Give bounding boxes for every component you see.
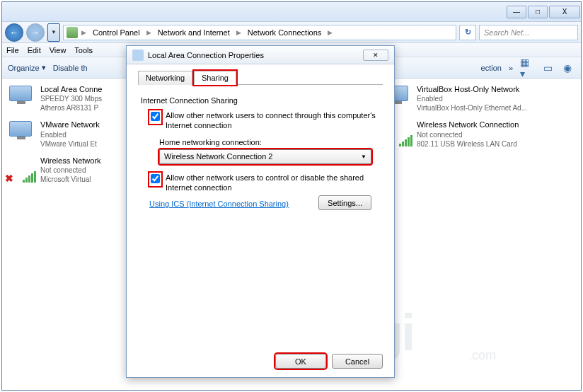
watermark-sub: .com bbox=[468, 348, 496, 363]
menu-edit[interactable]: Edit bbox=[28, 46, 41, 54]
connection-status: SPEEDY 300 Mbps bbox=[40, 94, 102, 103]
maximize-button[interactable]: □ bbox=[528, 6, 548, 18]
view-options-icon[interactable]: ▦ ▾ bbox=[520, 61, 536, 75]
preview-pane-icon[interactable]: ▭ bbox=[540, 61, 555, 75]
connection-status: Not connected bbox=[40, 166, 101, 175]
connection-title: Local Area Conne bbox=[40, 84, 102, 94]
chevrons-icon[interactable]: » bbox=[509, 64, 513, 72]
properties-dialog: Local Area Connection Properties ✕ Netwo… bbox=[126, 45, 395, 378]
connection-device: 802.11 USB Wireless LAN Card bbox=[417, 139, 519, 149]
connection-device: VMware Virtual Et bbox=[40, 139, 100, 149]
x-icon: ✖ bbox=[5, 173, 13, 184]
disable-button[interactable]: Disable th bbox=[53, 64, 88, 72]
back-button[interactable]: ← bbox=[5, 23, 23, 42]
chevron-right-icon: ▶ bbox=[325, 29, 335, 36]
lan-icon bbox=[8, 120, 36, 148]
allow-control-checkbox[interactable] bbox=[151, 174, 160, 183]
menu-file[interactable]: File bbox=[6, 46, 19, 54]
history-dropdown[interactable]: ▼ bbox=[47, 23, 60, 42]
breadcrumb[interactable]: ▶ Control Panel ▶ Network and Internet ▶… bbox=[63, 25, 456, 40]
help-icon[interactable]: ◉ bbox=[560, 61, 575, 75]
connection-item[interactable]: Wireless Network Connection Not connecte… bbox=[384, 120, 568, 148]
home-network-label: Home networking connection: bbox=[159, 138, 383, 146]
breadcrumb-item[interactable]: Network Connections bbox=[245, 27, 325, 38]
chevron-right-icon: ▶ bbox=[79, 29, 88, 36]
connection-title: Wireless Network bbox=[40, 156, 101, 166]
dialog-title: Local Area Connection Properties bbox=[148, 51, 264, 59]
chevron-right-icon: ▶ bbox=[144, 29, 154, 36]
allow-connect-checkbox[interactable] bbox=[151, 112, 160, 121]
cancel-button[interactable]: Cancel bbox=[332, 354, 383, 369]
network-icon bbox=[132, 50, 144, 61]
titlebar: — □ X bbox=[2, 2, 581, 22]
home-network-dropdown[interactable]: Wireless Network Connection 2 ▼ bbox=[159, 149, 371, 164]
connection-item[interactable]: VirtualBox Host-Only Network Enabled Vir… bbox=[384, 84, 568, 113]
tab-networking[interactable]: Networking bbox=[138, 71, 192, 85]
settings-button[interactable]: Settings... bbox=[318, 195, 371, 210]
chevron-down-icon: ▼ bbox=[361, 154, 366, 160]
tab-strip: Networking Sharing bbox=[138, 70, 383, 85]
allow-connect-label: Allow other network users to connect thr… bbox=[166, 110, 383, 131]
group-title: Internet Connection Sharing bbox=[141, 96, 383, 105]
dialog-footer: OK Cancel bbox=[275, 354, 383, 369]
network-icon bbox=[67, 27, 78, 38]
breadcrumb-item[interactable]: Network and Internet bbox=[155, 27, 233, 38]
connection-title: VMware Network bbox=[40, 120, 100, 129]
dialog-titlebar: Local Area Connection Properties ✕ bbox=[127, 46, 394, 64]
connection-status: Not connected bbox=[417, 130, 519, 139]
connection-device: VirtualBox Host-Only Ethernet Ad... bbox=[417, 103, 527, 113]
lan-icon bbox=[8, 84, 36, 113]
connection-status: Enabled bbox=[417, 94, 527, 103]
menu-tools[interactable]: Tools bbox=[74, 46, 93, 54]
dropdown-value: Wireless Network Connection 2 bbox=[164, 152, 272, 161]
dialog-close-button[interactable]: ✕ bbox=[363, 50, 388, 61]
ok-button[interactable]: OK bbox=[275, 354, 326, 369]
highlight-box bbox=[149, 173, 161, 186]
allow-control-label: Allow other network users to control or … bbox=[166, 173, 383, 193]
addressbar: ← → ▼ ▶ Control Panel ▶ Network and Inte… bbox=[2, 22, 581, 43]
refresh-button[interactable]: ↻ bbox=[459, 25, 476, 40]
connection-button[interactable]: ection bbox=[481, 64, 502, 72]
connection-title: Wireless Network Connection bbox=[417, 120, 519, 129]
forward-button[interactable]: → bbox=[26, 23, 45, 42]
connection-title: VirtualBox Host-Only Network bbox=[417, 84, 527, 94]
ics-group: Internet Connection Sharing Allow other … bbox=[138, 96, 383, 210]
connection-device: Microsoft Virtual bbox=[40, 175, 101, 184]
menu-view[interactable]: View bbox=[50, 46, 67, 54]
tab-sharing[interactable]: Sharing bbox=[194, 71, 236, 85]
chevron-right-icon: ▶ bbox=[234, 29, 243, 36]
wifi-disconnected-icon: ✖ bbox=[8, 156, 36, 184]
connection-status: Enabled bbox=[40, 130, 100, 139]
search-input[interactable]: Search Net... bbox=[479, 25, 578, 40]
breadcrumb-item[interactable]: Control Panel bbox=[90, 27, 143, 38]
highlight-box bbox=[149, 110, 161, 124]
connection-device: Atheros AR8131 P bbox=[40, 103, 102, 113]
minimize-button[interactable]: — bbox=[507, 6, 526, 18]
close-button[interactable]: X bbox=[549, 6, 580, 18]
organize-button[interactable]: Organize ▾ bbox=[8, 63, 46, 72]
ics-help-link[interactable]: Using ICS (Internet Connection Sharing) bbox=[149, 200, 289, 208]
